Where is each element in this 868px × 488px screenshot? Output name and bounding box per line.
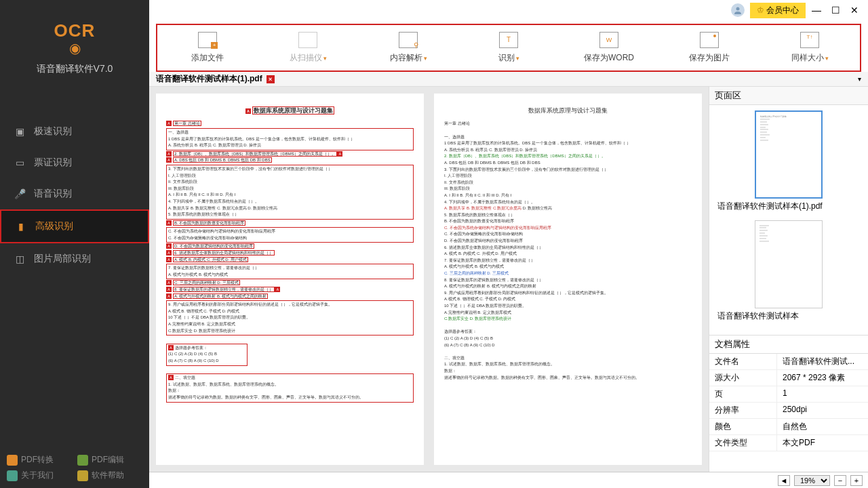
nav-partial[interactable]: ◫图片局部识别 xyxy=(0,243,149,274)
right-panel: 页面区 数据库系统原理与设计习题集━━━━━━━━━━━━━━━━━━━━━━━… xyxy=(709,87,868,472)
nav-label: 极速识别 xyxy=(34,125,72,138)
save-image-button[interactable]: 保存为图片 xyxy=(659,29,760,66)
zoom-in-button[interactable]: + xyxy=(850,475,863,486)
about-icon xyxy=(7,470,18,481)
nav-voice[interactable]: 🎤语音识别 xyxy=(0,178,149,209)
preview-area: A数据库系统原理与设计习题集 A第一章 总绪论 一、选择题 1 DBS 是采用了… xyxy=(149,87,709,472)
speed-icon: ▣ xyxy=(14,125,26,138)
nav-speed[interactable]: ▣极速识别 xyxy=(0,116,149,147)
size-icon: T↑ xyxy=(800,32,819,48)
zoom-out-button[interactable]: − xyxy=(834,475,846,486)
statusbar: ◄ 19% − + xyxy=(149,472,868,488)
parse-icon: ⚲ xyxy=(399,32,418,48)
prop-row: 分辨率250dpi xyxy=(709,403,868,419)
tab-dropdown[interactable]: ▾ xyxy=(858,75,861,83)
link-pdf-edit[interactable]: PDF编辑 xyxy=(77,454,142,466)
chevron-down-icon: ▾ xyxy=(825,55,829,62)
convert-icon xyxy=(7,455,18,466)
link-pdf-convert[interactable]: PDF转换 xyxy=(7,454,72,466)
nav-label: 票证识别 xyxy=(34,157,72,169)
link-about[interactable]: 关于我们 xyxy=(7,470,72,481)
link-help[interactable]: 软件帮助 xyxy=(77,470,142,481)
edit-icon xyxy=(77,455,88,466)
thumb-preview: ━━━━━━━━━━━━━━━━━━━━━━━━━━━━━━━━━━━━━━━━ xyxy=(755,220,823,308)
nav-ticket[interactable]: ▭票证识别 xyxy=(0,147,149,178)
nav-advanced[interactable]: ▮高级识别 xyxy=(0,209,149,243)
chevron-down-icon: ▾ xyxy=(516,55,519,62)
nav: ▣极速识别 ▭票证识别 🎤语音识别 ▮高级识别 ◫图片局部识别 xyxy=(0,116,149,274)
ticket-icon: ▭ xyxy=(14,157,26,169)
nav-label: 语音识别 xyxy=(34,188,72,200)
chevron-down-icon: ▾ xyxy=(323,55,327,62)
thumbnail-2[interactable]: ━━━━━━━━━━━━━━━━━━━━━━━━━━━━━━━━━━━━━━━━… xyxy=(715,220,863,325)
mic-icon: 🎤 xyxy=(14,188,26,200)
thumbnails: 数据库系统原理与设计习题集━━━━━━━━━━━━━━━━━━━━━━━━━━━… xyxy=(709,105,868,335)
prop-row: 页1 xyxy=(709,386,868,403)
tab-bar: 语音翻译软件测试样本(1).pdf× ▾ xyxy=(149,72,868,87)
props-header: 文档属性 xyxy=(709,335,868,354)
panel-header: 页面区 xyxy=(709,87,868,105)
avatar[interactable] xyxy=(731,3,745,17)
minimize-button[interactable]: — xyxy=(808,5,825,16)
thumb-label: 语音翻译软件测试样本 xyxy=(715,308,863,325)
from-scanner-button[interactable]: 从扫描仪▾ xyxy=(258,29,358,66)
tab-close-button[interactable]: × xyxy=(267,75,275,83)
page-1-annotated[interactable]: A数据库系统原理与设计习题集 A第一章 总绪论 一、选择题 1 DBS 是采用了… xyxy=(156,94,424,465)
crown-icon: ♔ xyxy=(757,5,764,15)
prop-row: 源大小2067 * 2923 像素 xyxy=(709,370,868,386)
maximize-button[interactable]: ☐ xyxy=(827,5,844,16)
save-word-button[interactable]: W保存为WORD xyxy=(559,29,659,66)
image-icon xyxy=(700,32,719,48)
prop-row: 文件类型本文PDF xyxy=(709,435,868,451)
chevron-down-icon: ▾ xyxy=(424,55,427,62)
app-title: 语音翻译软件V7.0 xyxy=(0,63,149,75)
prop-row: 颜色自然色 xyxy=(709,419,868,435)
page-2-plain[interactable]: 数据库系统原理与设计习题集 第一章 总绪论 一、选择题 1 DBS 是采用了数据… xyxy=(434,94,702,465)
thumb-preview: 数据库系统原理与设计习题集━━━━━━━━━━━━━━━━━━━━━━━━━━━… xyxy=(755,110,823,199)
logo: OCR ◉ 语音翻译软件V7.0 xyxy=(0,0,149,82)
file-add-icon: + xyxy=(198,32,217,48)
zoom-select[interactable]: 19% xyxy=(794,475,830,486)
file-properties: 文件名语音翻译软件测试... 源大小2067 * 2923 像素 页1 分辨率2… xyxy=(709,354,868,451)
thumb-label: 语音翻译软件测试样本(1).pdf xyxy=(715,199,863,215)
word-icon: W xyxy=(599,32,618,48)
toolbar: +添加文件 从扫描仪▾ ⚲内容解析▾ T识别▾ W保存为WORD 保存为图片 T… xyxy=(156,24,861,72)
help-icon xyxy=(77,470,88,481)
close-button[interactable]: ✕ xyxy=(846,5,863,16)
titlebar: ♔会员中心 — ☐ ✕ xyxy=(149,0,868,20)
prev-button[interactable]: ◄ xyxy=(778,475,790,486)
crop-icon: ◫ xyxy=(14,253,26,265)
bottom-links: PDF转换 PDF编辑 关于我们 软件帮助 xyxy=(0,447,149,488)
member-center-button[interactable]: ♔会员中心 xyxy=(750,3,806,18)
thumbnail-1[interactable]: 数据库系统原理与设计习题集━━━━━━━━━━━━━━━━━━━━━━━━━━━… xyxy=(715,110,863,215)
svg-point-0 xyxy=(736,7,740,11)
nav-label: 图片局部识别 xyxy=(34,253,91,265)
file-tab[interactable]: 语音翻译软件测试样本(1).pdf× xyxy=(156,73,275,85)
eye-icon: ◉ xyxy=(0,40,149,56)
nav-label: 高级识别 xyxy=(35,220,73,232)
add-file-button[interactable]: +添加文件 xyxy=(157,29,258,66)
advanced-icon: ▮ xyxy=(15,220,27,232)
recognize-icon: T xyxy=(499,32,518,48)
logo-text: OCR xyxy=(0,20,149,41)
same-size-button[interactable]: T↑同样大小▾ xyxy=(760,29,860,66)
prop-row: 文件名语音翻译软件测试... xyxy=(709,354,868,370)
scanner-icon xyxy=(298,32,317,48)
content-parse-button[interactable]: ⚲内容解析▾ xyxy=(358,29,458,66)
recognize-button[interactable]: T识别▾ xyxy=(458,29,559,66)
